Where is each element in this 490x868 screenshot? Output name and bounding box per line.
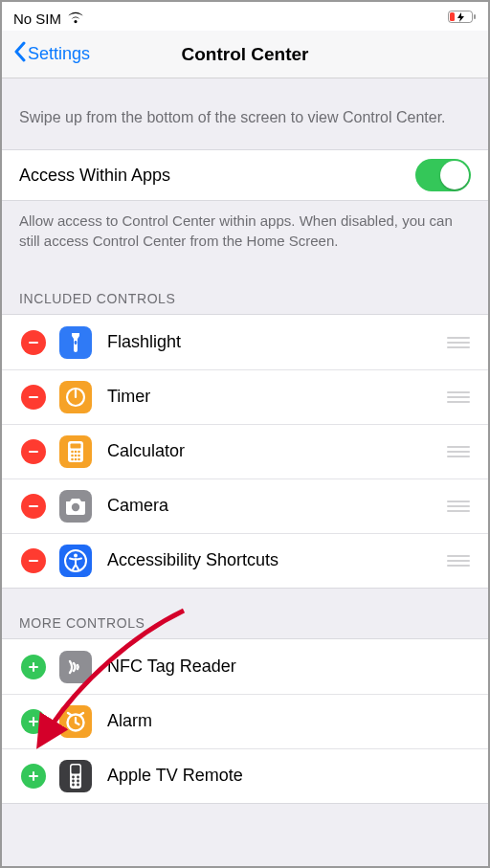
svg-rect-25 bbox=[33, 662, 34, 672]
timer-icon bbox=[59, 381, 92, 413]
remove-accessibility-button[interactable] bbox=[21, 548, 46, 573]
svg-point-35 bbox=[72, 779, 75, 782]
row-appletv: Apple TV Remote bbox=[2, 748, 488, 803]
row-label: Calculator bbox=[107, 441, 446, 461]
remove-timer-button[interactable] bbox=[21, 385, 46, 410]
svg-point-16 bbox=[71, 458, 74, 461]
more-section-header: MORE CONTROLS bbox=[2, 589, 488, 638]
intro-hint: Swipe up from the bottom of the screen t… bbox=[2, 78, 488, 149]
included-section-header: INCLUDED CONTROLS bbox=[2, 264, 488, 314]
accessibility-icon bbox=[59, 545, 92, 577]
row-nfc: NFC Tag Reader bbox=[2, 639, 488, 694]
camera-icon bbox=[59, 490, 92, 523]
remove-camera-button[interactable] bbox=[21, 494, 46, 519]
row-timer: Timer bbox=[2, 369, 488, 424]
more-list: NFC Tag Reader Alarm App bbox=[2, 638, 488, 804]
chevron-left-icon bbox=[13, 41, 26, 67]
add-alarm-button[interactable] bbox=[21, 709, 46, 734]
svg-rect-9 bbox=[71, 443, 81, 448]
svg-point-14 bbox=[75, 455, 78, 457]
svg-point-37 bbox=[72, 783, 75, 786]
reorder-handle[interactable] bbox=[446, 555, 471, 567]
row-camera: Camera bbox=[2, 479, 488, 533]
row-label: NFC Tag Reader bbox=[107, 657, 471, 677]
svg-point-33 bbox=[72, 775, 75, 778]
svg-point-11 bbox=[75, 451, 78, 454]
appletv-remote-icon bbox=[59, 760, 92, 792]
reorder-handle[interactable] bbox=[446, 337, 471, 348]
svg-point-13 bbox=[71, 455, 74, 457]
flashlight-icon bbox=[59, 326, 92, 359]
access-label: Access Within Apps bbox=[19, 166, 415, 186]
svg-rect-2 bbox=[474, 14, 476, 19]
svg-rect-19 bbox=[29, 505, 38, 507]
row-label: Flashlight bbox=[107, 332, 446, 352]
svg-rect-1 bbox=[450, 12, 455, 21]
svg-rect-21 bbox=[29, 560, 38, 562]
svg-rect-32 bbox=[72, 765, 80, 773]
svg-point-38 bbox=[77, 783, 79, 786]
row-label: Alarm bbox=[107, 711, 471, 731]
svg-rect-27 bbox=[33, 717, 34, 726]
svg-point-17 bbox=[75, 458, 78, 461]
row-label: Apple TV Remote bbox=[107, 766, 471, 786]
svg-point-23 bbox=[74, 553, 78, 557]
add-appletv-button[interactable] bbox=[21, 764, 46, 789]
row-flashlight: Flashlight bbox=[2, 315, 488, 369]
access-subhint: Allow access to Control Center within ap… bbox=[2, 201, 488, 264]
reorder-handle[interactable] bbox=[446, 501, 471, 512]
alarm-icon bbox=[59, 705, 92, 738]
access-within-apps-row: Access Within Apps bbox=[2, 150, 488, 200]
reorder-handle[interactable] bbox=[446, 391, 471, 403]
row-accessibility: Accessibility Shortcuts bbox=[2, 533, 488, 588]
svg-point-18 bbox=[78, 458, 80, 461]
included-list: Flashlight Timer bbox=[2, 314, 488, 589]
calculator-icon bbox=[59, 435, 92, 468]
carrier-label: No SIM bbox=[13, 11, 61, 27]
back-button[interactable]: Settings bbox=[13, 41, 90, 67]
back-label: Settings bbox=[28, 44, 90, 64]
svg-rect-4 bbox=[75, 341, 78, 345]
svg-rect-5 bbox=[29, 396, 38, 398]
battery-icon bbox=[448, 11, 477, 27]
svg-point-36 bbox=[77, 779, 79, 782]
wifi-icon bbox=[67, 11, 84, 27]
svg-point-15 bbox=[78, 455, 80, 457]
row-calculator: Calculator bbox=[2, 424, 488, 479]
nfc-icon bbox=[59, 651, 92, 683]
svg-point-34 bbox=[77, 775, 79, 778]
access-toggle[interactable] bbox=[415, 159, 471, 191]
row-alarm: Alarm bbox=[2, 694, 488, 748]
svg-rect-30 bbox=[33, 771, 34, 781]
row-label: Camera bbox=[107, 496, 446, 516]
nav-bar: Settings Control Center bbox=[2, 31, 488, 78]
svg-point-12 bbox=[78, 451, 80, 454]
remove-flashlight-button[interactable] bbox=[21, 330, 46, 355]
svg-point-10 bbox=[71, 451, 74, 454]
add-nfc-button[interactable] bbox=[21, 655, 46, 679]
status-bar: No SIM bbox=[2, 2, 488, 31]
row-label: Timer bbox=[107, 387, 446, 407]
svg-rect-3 bbox=[29, 342, 38, 344]
reorder-handle[interactable] bbox=[446, 446, 471, 457]
row-label: Accessibility Shortcuts bbox=[107, 550, 446, 570]
svg-rect-7 bbox=[29, 451, 38, 453]
svg-point-20 bbox=[72, 503, 79, 511]
remove-calculator-button[interactable] bbox=[21, 439, 46, 464]
